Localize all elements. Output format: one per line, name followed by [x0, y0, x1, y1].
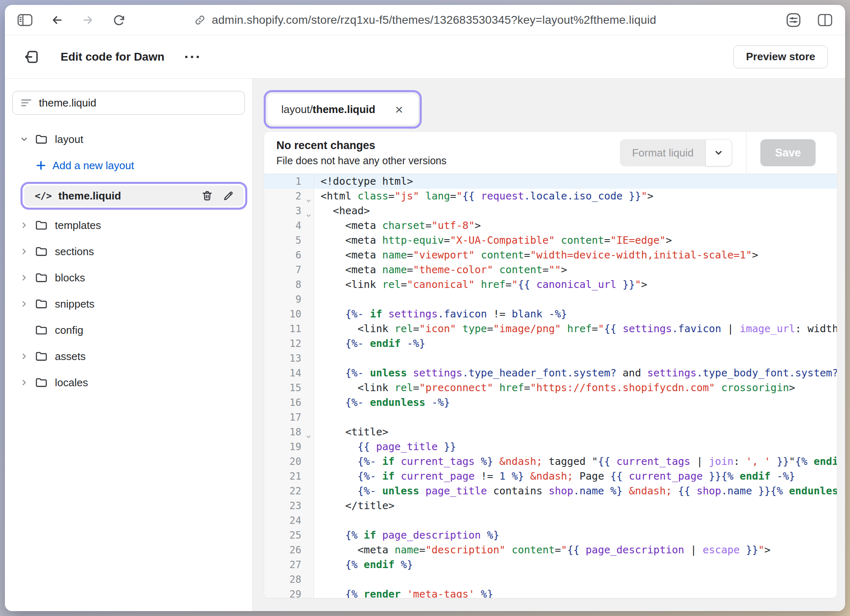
code-line-26[interactable]: 26 <meta name="description" content="{{ …: [264, 543, 837, 557]
save-button[interactable]: Save: [760, 139, 816, 166]
chevron-right-icon[interactable]: [20, 273, 29, 282]
code-line-8[interactable]: 8 <link rel="canonical" href="{{ canonic…: [264, 277, 837, 292]
exit-editor-icon[interactable]: [22, 47, 43, 67]
preview-store-button[interactable]: Preview store: [733, 45, 828, 68]
status-subtitle: File does not have any other versions: [276, 155, 447, 167]
code-line-28[interactable]: 28: [264, 572, 837, 587]
app-body: layoutAdd a new layout</>theme.liquidtem…: [5, 79, 845, 611]
line-number: 12: [264, 336, 314, 351]
code-line-1[interactable]: 1<!doctype html>: [264, 174, 837, 189]
code-line-14[interactable]: 14 {%- unless settings.type_header_font.…: [264, 366, 837, 380]
tree-item-assets[interactable]: assets: [5, 346, 252, 366]
code-line-27[interactable]: 27 {% endif %}: [264, 557, 837, 572]
code-text: [314, 410, 321, 425]
tree-item-theme.liquid[interactable]: </>theme.liquid: [24, 186, 244, 206]
code-line-23[interactable]: 23 </title>: [264, 498, 837, 513]
code-text: <head>: [314, 204, 370, 218]
code-line-18[interactable]: 18 <title>: [264, 425, 837, 439]
line-number: 29: [264, 587, 314, 598]
chevron-down-icon[interactable]: [20, 135, 29, 144]
code-line-16[interactable]: 16 {%- endunless -%}: [264, 395, 837, 410]
tree-item-locales[interactable]: locales: [5, 373, 252, 392]
code-text: {% endif %}: [314, 557, 413, 572]
code-line-20[interactable]: 20 {%- if current_tags %} &ndash; tagged…: [264, 454, 837, 469]
folder-icon: [34, 376, 48, 390]
code-line-9[interactable]: 9: [264, 292, 837, 307]
link-icon: [194, 14, 206, 26]
tree-item-layout[interactable]: layout: [5, 129, 252, 149]
tree-item-templates[interactable]: templates: [5, 215, 252, 235]
tab-bar: layout/theme.liquid ×: [253, 79, 845, 132]
page-settings-icon[interactable]: [784, 10, 803, 30]
code-line-7[interactable]: 7 <meta name="theme-color" content="">: [264, 263, 837, 277]
chevron-right-icon[interactable]: [20, 247, 29, 256]
code-text: <meta name="theme-color" content="">: [314, 263, 567, 277]
tree-item-sections[interactable]: sections: [5, 242, 252, 261]
line-number: 28: [264, 572, 314, 587]
code-line-19[interactable]: 19 {{ page_title }}: [264, 439, 837, 454]
format-liquid-button[interactable]: Format liquid: [620, 139, 706, 166]
address-bar[interactable]: admin.shopify.com/store/rzq1xu-f5/themes…: [194, 14, 656, 27]
chevron-right-icon[interactable]: [20, 378, 29, 387]
code-line-12[interactable]: 12 {%- endif -%}: [264, 336, 837, 351]
code-line-2[interactable]: 2<html class="js" lang="{{ request.local…: [264, 189, 837, 204]
more-actions-icon[interactable]: [182, 53, 202, 61]
chevron-right-icon[interactable]: [20, 299, 29, 308]
code-text: {%- if current_page != 1 %} &ndash; Page…: [314, 469, 795, 484]
format-dropdown-icon[interactable]: [706, 139, 732, 166]
code-text: <meta http-equiv="X-UA-Compatible" conte…: [314, 233, 672, 248]
line-number: 1: [264, 174, 314, 189]
code-line-21[interactable]: 21 {%- if current_page != 1 %} &ndash; P…: [264, 469, 837, 484]
rename-file-icon[interactable]: [222, 189, 235, 203]
code-line-11[interactable]: 11 <link rel="icon" type="image/png" hre…: [264, 322, 837, 336]
code-editor[interactable]: 1<!doctype html>2<html class="js" lang="…: [264, 174, 837, 598]
code-text: <meta name="description" content="{{ pag…: [314, 543, 771, 557]
line-number: 10: [264, 307, 314, 322]
tree-item-blocks[interactable]: blocks: [5, 268, 252, 288]
tab-theme-liquid[interactable]: layout/theme.liquid ×: [267, 94, 418, 125]
code-text: {%- unless page_title contains shop.name…: [314, 484, 837, 498]
code-line-17[interactable]: 17: [264, 410, 837, 425]
delete-file-icon[interactable]: [200, 189, 214, 203]
plus-icon: [35, 160, 47, 171]
format-liquid-split-button: Format liquid: [620, 139, 732, 166]
code-line-3[interactable]: 3 <head>: [264, 204, 837, 218]
code-line-22[interactable]: 22 {%- unless page_title contains shop.n…: [264, 484, 837, 498]
chevron-right-icon[interactable]: [20, 221, 29, 230]
file-search-input[interactable]: [39, 97, 237, 109]
line-number: 8: [264, 277, 314, 292]
add-new-layout-button[interactable]: Add a new layout: [5, 156, 252, 175]
split-view-icon[interactable]: [816, 11, 834, 29]
line-number: 9: [264, 292, 314, 307]
code-line-5[interactable]: 5 <meta http-equiv="X-UA-Compatible" con…: [264, 233, 837, 248]
code-line-6[interactable]: 6 <meta name="viewport" content="width=d…: [264, 248, 837, 263]
forward-icon[interactable]: [79, 11, 97, 29]
reload-icon[interactable]: [111, 11, 128, 29]
sidebar-toggle-icon[interactable]: [16, 12, 34, 28]
url-text: admin.shopify.com/store/rzq1xu-f5/themes…: [212, 14, 656, 27]
line-number: 21: [264, 469, 314, 484]
code-line-24[interactable]: 24: [264, 513, 837, 528]
browser-toolbar: admin.shopify.com/store/rzq1xu-f5/themes…: [5, 5, 845, 35]
line-number: 24: [264, 513, 314, 528]
code-text: </title>: [314, 498, 395, 513]
tree-item-config[interactable]: config: [5, 320, 252, 340]
code-text: {%- if settings.favicon != blank -%}: [314, 307, 567, 322]
chevron-right-icon[interactable]: [20, 352, 29, 361]
back-icon[interactable]: [48, 11, 66, 29]
tab-close-icon[interactable]: ×: [394, 102, 404, 116]
code-line-25[interactable]: 25 {% if page_description %}: [264, 528, 837, 543]
tree-item-label: theme.liquid: [59, 190, 195, 202]
tree-item-snippets[interactable]: snippets: [5, 294, 252, 314]
code-line-4[interactable]: 4 <meta charset="utf-8">: [264, 218, 837, 233]
code-line-10[interactable]: 10 {%- if settings.favicon != blank -%}: [264, 307, 837, 322]
code-line-13[interactable]: 13: [264, 351, 837, 366]
code-line-29[interactable]: 29 {% render 'meta-tags' %}: [264, 587, 837, 598]
folder-icon: [34, 218, 48, 232]
code-text: <html class="js" lang="{{ request.locale…: [314, 189, 653, 204]
line-number: 17: [264, 410, 314, 425]
code-line-15[interactable]: 15 <link rel="preconnect" href="https://…: [264, 380, 837, 395]
code-text: <title>: [314, 425, 389, 439]
code-text: <meta name="viewport" content="width=dev…: [314, 248, 758, 263]
line-number: 2: [264, 189, 314, 204]
